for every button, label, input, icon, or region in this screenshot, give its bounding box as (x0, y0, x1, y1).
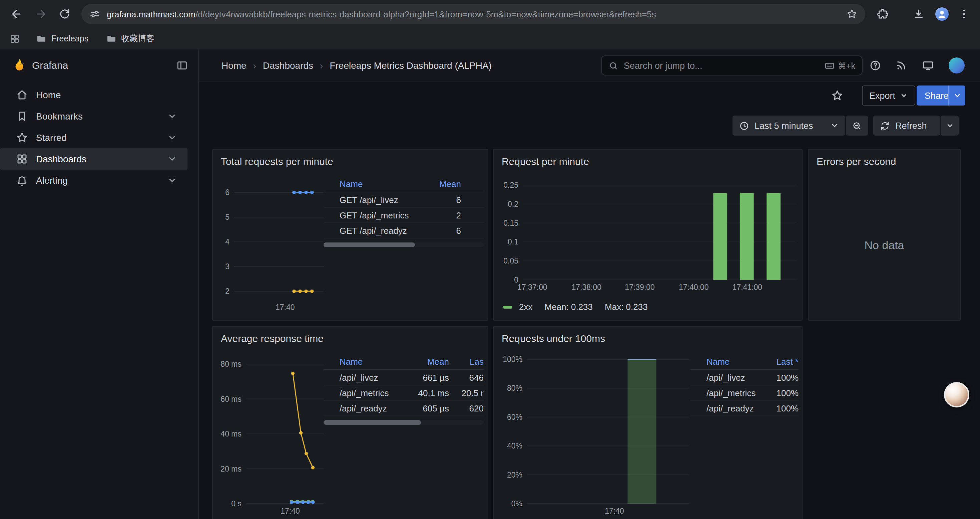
home-icon (16, 89, 28, 101)
series-name[interactable]: GET /api/_readyz (340, 225, 430, 235)
svg-text:0 s: 0 s (231, 499, 242, 508)
sidebar-item-dashboards[interactable]: Dashboards (0, 148, 188, 170)
panel-title[interactable]: Average response time (221, 333, 323, 344)
breadcrumb: Home › Dashboards › Freeleaps Metrics Da… (221, 50, 492, 81)
user-avatar[interactable] (949, 57, 965, 73)
legend-col-last[interactable]: Last * (764, 357, 799, 367)
legend-col-mean[interactable]: Mean (405, 357, 449, 367)
chevron-down-icon[interactable] (167, 133, 177, 142)
sidebar-item-bookmarks[interactable]: Bookmarks (0, 105, 188, 127)
series-name[interactable]: GET /api/_livez (340, 195, 430, 205)
series-name[interactable]: /api/_livez (340, 372, 405, 382)
series-last: 100% (764, 372, 799, 382)
refresh-button[interactable]: Refresh (873, 115, 940, 136)
url-bar[interactable]: grafana.mathmast.com/d/deytv4rwavabkb/fr… (81, 4, 865, 24)
legend-scrollbar[interactable] (323, 420, 484, 425)
sidebar-item-label: Dashboards (36, 153, 167, 164)
legend-row: GET /api/_metrics 2 (323, 208, 484, 223)
export-button[interactable]: Export (862, 86, 915, 105)
breadcrumb-home[interactable]: Home (221, 60, 247, 71)
zoom-out-button[interactable] (846, 115, 868, 136)
browser-toolbar: grafana.mathmast.com/d/deytv4rwavabkb/fr… (0, 0, 980, 28)
refresh-label: Refresh (895, 121, 927, 131)
zoom-out-icon (852, 121, 862, 131)
total-requests-chart[interactable]: 6543217:40 (217, 174, 328, 318)
sidebar-item-home[interactable]: Home (0, 84, 188, 105)
legend-table: Name Last * /api/_livez 100% /api/_metri… (690, 354, 799, 416)
svg-text:0.1: 0.1 (508, 238, 519, 246)
news-rss-icon[interactable] (895, 59, 907, 72)
downloads-icon[interactable] (913, 8, 924, 20)
series-name[interactable]: /api/_livez (706, 372, 764, 382)
sidebar-item-alerting[interactable]: Alerting (0, 170, 188, 191)
floating-assistant-avatar[interactable] (944, 382, 969, 407)
legend-col-name[interactable]: Name (706, 357, 764, 367)
panel-title[interactable]: Requests under 100ms (502, 333, 605, 344)
keyboard-icon (824, 61, 835, 70)
extensions-icon[interactable] (877, 8, 889, 20)
collapse-sidebar-icon[interactable] (176, 59, 188, 72)
scrollbar-thumb[interactable] (323, 243, 415, 247)
bookmark-folder-label: 收藏博客 (121, 33, 154, 45)
series-name[interactable]: 2xx (519, 302, 532, 312)
help-icon[interactable] (869, 59, 881, 72)
favorite-star-icon[interactable] (831, 89, 843, 102)
search-input[interactable] (624, 61, 819, 70)
browser-profile-avatar[interactable] (935, 7, 949, 21)
main-area: Home › Dashboards › Freeleaps Metrics Da… (199, 50, 980, 519)
bookmark-star-icon[interactable] (846, 9, 857, 19)
scrollbar-thumb[interactable] (323, 420, 421, 425)
panel-title[interactable]: Errors per second (816, 156, 896, 167)
chevron-down-icon[interactable] (167, 176, 177, 185)
back-icon[interactable] (11, 8, 23, 20)
panel-title[interactable]: Request per minute (502, 156, 589, 167)
brand-name: Grafana (32, 59, 68, 71)
svg-text:3: 3 (225, 262, 229, 271)
refresh-interval-button[interactable] (941, 115, 959, 136)
reload-icon[interactable] (59, 8, 71, 20)
sidebar-item-label: Home (36, 89, 188, 100)
clock-icon (739, 121, 749, 131)
sidebar-item-starred[interactable]: Starred (0, 127, 188, 148)
chevron-down-icon[interactable] (167, 154, 177, 164)
series-name[interactable]: /api/_metrics (340, 388, 405, 398)
site-controls-icon[interactable] (89, 9, 100, 19)
request-per-minute-chart[interactable]: 0.250.20.150.10.05017:37:0017:38:0017:39… (499, 174, 799, 318)
panel-title[interactable]: Total requests per minute (221, 156, 333, 167)
legend-header: Name Mean Las (323, 354, 484, 370)
bookmark-folder-freeleaps[interactable]: Freeleaps (36, 34, 88, 44)
apps-grid-icon[interactable] (10, 34, 20, 44)
legend-row: /api/_metrics 100% (690, 385, 799, 401)
screen: grafana.mathmast.com/d/deytv4rwavabkb/fr… (0, 0, 980, 519)
average-response-time-chart[interactable]: 80 ms60 ms40 ms20 ms0 s17:40 (217, 353, 328, 519)
legend-col-mean[interactable]: Mean (430, 179, 461, 189)
breadcrumb-dashboards[interactable]: Dashboards (263, 60, 313, 71)
svg-text:17:41:00: 17:41:00 (732, 283, 762, 292)
series-name[interactable]: GET /api/_metrics (340, 210, 430, 220)
time-range-picker[interactable]: Last 5 minutes (732, 115, 845, 136)
bookmarks-bar: Freeleaps 收藏博客 (0, 28, 980, 50)
series-swatch (503, 306, 512, 308)
legend-scrollbar[interactable] (323, 243, 484, 247)
series-name[interactable]: /api/_metrics (706, 388, 764, 398)
share-menu-button[interactable] (948, 86, 965, 105)
panel-errors-per-second: Errors per second No data (808, 149, 961, 321)
legend-col-name[interactable]: Name (340, 357, 405, 367)
svg-text:17:40: 17:40 (275, 303, 295, 311)
monitor-icon[interactable] (922, 59, 934, 72)
svg-text:80%: 80% (507, 384, 522, 393)
series-name[interactable]: /api/_readyz (340, 403, 405, 413)
requests-under-100ms-chart[interactable]: 100%80%60%40%20%0%17:40 (499, 353, 692, 519)
legend-col-last[interactable]: Las (449, 357, 484, 367)
search-bar[interactable]: ⌘+k (601, 56, 862, 75)
legend-col-name[interactable]: Name (340, 179, 430, 189)
series-name[interactable]: /api/_readyz (706, 403, 764, 413)
grafana-logo-icon[interactable] (12, 58, 27, 73)
bookmark-folder-blogs[interactable]: 收藏博客 (106, 33, 154, 45)
chevron-down-icon[interactable] (167, 112, 177, 121)
chevron-down-icon (900, 91, 908, 99)
url-text[interactable]: grafana.mathmast.com/d/deytv4rwavabkb/fr… (107, 9, 846, 19)
series-last: 620 (449, 403, 484, 413)
browser-menu-icon[interactable] (958, 8, 970, 20)
forward-icon[interactable] (35, 8, 47, 20)
